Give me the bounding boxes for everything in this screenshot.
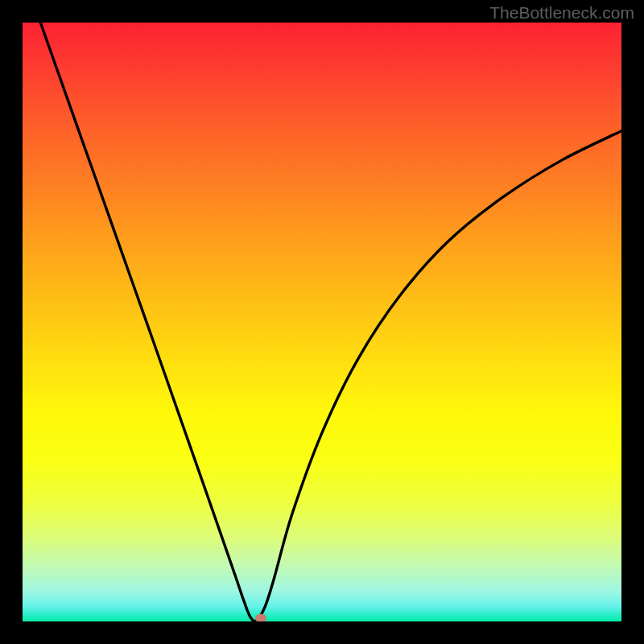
- watermark-text: TheBottleneck.com: [489, 3, 634, 23]
- bottleneck-curve: [23, 23, 621, 621]
- optimal-point-marker: [255, 614, 266, 621]
- chart-plot-area: [23, 23, 621, 621]
